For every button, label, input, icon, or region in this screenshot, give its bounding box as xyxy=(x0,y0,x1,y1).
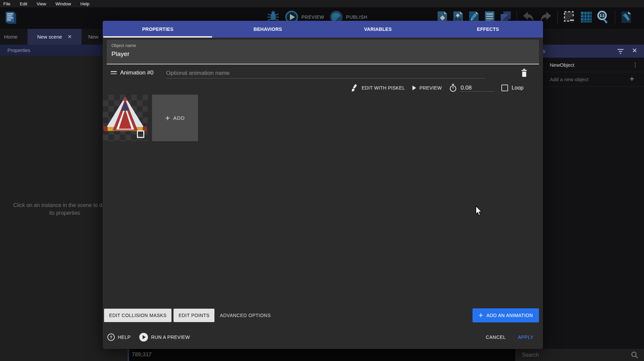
zoom-original-button[interactable]: 1:1 xyxy=(596,10,610,25)
selection-mask-icon xyxy=(563,10,576,24)
edit-collision-masks-button[interactable]: EDIT COLLISION MASKS xyxy=(104,309,171,322)
trash-icon xyxy=(521,68,528,77)
add-animation-button[interactable]: + ADD AN ANIMATION xyxy=(473,308,539,322)
svg-text:1:1: 1:1 xyxy=(600,14,605,17)
object-editor-dialog: PROPERTIES BEHAVIORS VARIABLES EFFECTS O… xyxy=(103,21,543,349)
toolbar-divider xyxy=(615,11,615,24)
close-panel-icon[interactable]: ✕ xyxy=(632,47,637,54)
help-label: HELP xyxy=(118,334,131,340)
plus-icon: + xyxy=(165,113,170,123)
project-manager-icon xyxy=(3,10,18,26)
mouse-cursor xyxy=(475,206,483,217)
menu-file[interactable]: File xyxy=(3,1,10,6)
objects-search-bar xyxy=(515,349,644,361)
object-menu-icon[interactable]: ⋮ xyxy=(632,61,638,68)
add-frame-button[interactable]: + ADD xyxy=(152,95,198,141)
tab-properties[interactable]: PROPERTIES xyxy=(103,21,213,38)
objects-search-input[interactable] xyxy=(522,350,623,360)
cancel-button[interactable]: CANCEL xyxy=(486,334,506,340)
app-window: File Edit View Window Help xyxy=(0,0,644,361)
zoom-1-1-icon: 1:1 xyxy=(596,10,610,24)
animation-title: Animation #0 xyxy=(120,69,153,76)
animation-frames-row: + ADD xyxy=(103,95,198,141)
tab-effects[interactable]: EFFECTS xyxy=(433,21,543,38)
dialog-tab-bar: PROPERTIES BEHAVIORS VARIABLES EFFECTS xyxy=(103,21,543,38)
time-between-frames-field xyxy=(449,84,494,92)
run-preview-play-icon xyxy=(139,333,148,342)
tab-close-icon[interactable]: ✕ xyxy=(67,34,72,40)
add-object-label: Add a new object xyxy=(550,76,588,82)
search-icon xyxy=(631,351,638,359)
plus-icon: + xyxy=(479,312,483,319)
advanced-options-button[interactable]: ADVANCED OPTIONS xyxy=(220,313,271,318)
menu-help[interactable]: Help xyxy=(81,1,90,6)
loop-label: Loop xyxy=(511,85,524,91)
play-icon xyxy=(412,86,416,90)
add-frame-label: ADD xyxy=(173,115,185,121)
animation-controls-row: EDIT WITH PISKEL PREVIEW Loop xyxy=(103,81,543,95)
time-between-frames-input[interactable] xyxy=(460,85,494,92)
grid-icon xyxy=(580,11,593,23)
animation-header-row: Animation #0 xyxy=(103,66,543,81)
panel-resize-handle[interactable] xyxy=(128,349,129,361)
menu-view[interactable]: View xyxy=(37,1,46,6)
scene-settings-button[interactable] xyxy=(620,10,632,25)
clear-selection-button[interactable] xyxy=(563,10,576,25)
project-manager-button[interactable] xyxy=(3,10,18,27)
edit-with-piskel-button[interactable]: EDIT WITH PISKEL xyxy=(350,84,405,92)
add-object-plus-icon: + xyxy=(630,74,634,84)
tab-home[interactable]: Home xyxy=(4,29,17,45)
apply-button[interactable]: APPLY xyxy=(518,334,534,340)
loop-toggle[interactable]: Loop xyxy=(501,85,524,91)
drag-handle-icon[interactable] xyxy=(111,71,117,75)
publish-label: PUBLISH xyxy=(346,14,367,20)
tab-new-partial[interactable]: New xyxy=(88,29,98,45)
tab-new-scene-label: New scene xyxy=(37,34,62,40)
dialog-tools-row: EDIT COLLISION MASKS EDIT POINTS ADVANCE… xyxy=(103,308,543,322)
frame-select-checkbox[interactable] xyxy=(137,131,144,138)
menu-bar: File Edit View Window Help xyxy=(0,0,644,7)
help-button[interactable]: ? HELP xyxy=(107,333,131,341)
filter-icon[interactable] xyxy=(617,48,624,55)
loop-checkbox[interactable] xyxy=(501,85,508,91)
animation-name-input[interactable] xyxy=(166,68,486,79)
brush-icon xyxy=(350,84,358,92)
tab-behaviors[interactable]: BEHAVIORS xyxy=(213,21,323,38)
stopwatch-icon xyxy=(449,84,457,92)
dialog-footer: ? HELP RUN A PREVIEW CANCEL APPLY xyxy=(107,330,534,345)
properties-panel-title: Properties xyxy=(7,47,30,53)
preview-animation-button[interactable]: PREVIEW xyxy=(412,85,442,91)
objects-panel-title-fragment: s xyxy=(543,48,545,54)
sprite-frame-thumbnail[interactable] xyxy=(103,95,148,141)
grid-button[interactable] xyxy=(580,11,593,25)
help-icon: ? xyxy=(107,333,115,341)
settings-wrench-icon xyxy=(620,10,632,24)
tab-new-scene[interactable]: New scene ✕ xyxy=(28,29,82,45)
scene-status-bar: 789;317 xyxy=(128,349,515,361)
edit-points-button[interactable]: EDIT POINTS xyxy=(174,309,214,322)
toolbar-divider xyxy=(557,11,558,24)
menu-edit[interactable]: Edit xyxy=(20,1,27,6)
cursor-coordinates: 789;317 xyxy=(132,352,152,358)
preview-animation-label: PREVIEW xyxy=(419,85,442,91)
run-preview-label: RUN A PREVIEW xyxy=(151,334,190,340)
object-name-field[interactable]: Object name Player xyxy=(107,40,539,64)
active-tab-indicator xyxy=(103,36,212,38)
add-animation-label: ADD AN ANIMATION xyxy=(487,313,533,318)
object-name-field-label: Object name xyxy=(111,43,136,48)
object-name-field-value: Player xyxy=(111,50,130,58)
object-name-label: NewObject xyxy=(550,62,574,68)
run-a-preview-button[interactable]: RUN A PREVIEW xyxy=(139,333,190,342)
tab-variables[interactable]: VARIABLES xyxy=(323,21,433,38)
preview-label: PREVIEW xyxy=(301,14,324,20)
menu-window[interactable]: Window xyxy=(55,1,71,6)
edit-with-piskel-label: EDIT WITH PISKEL xyxy=(362,85,405,91)
delete-animation-button[interactable] xyxy=(521,68,528,79)
